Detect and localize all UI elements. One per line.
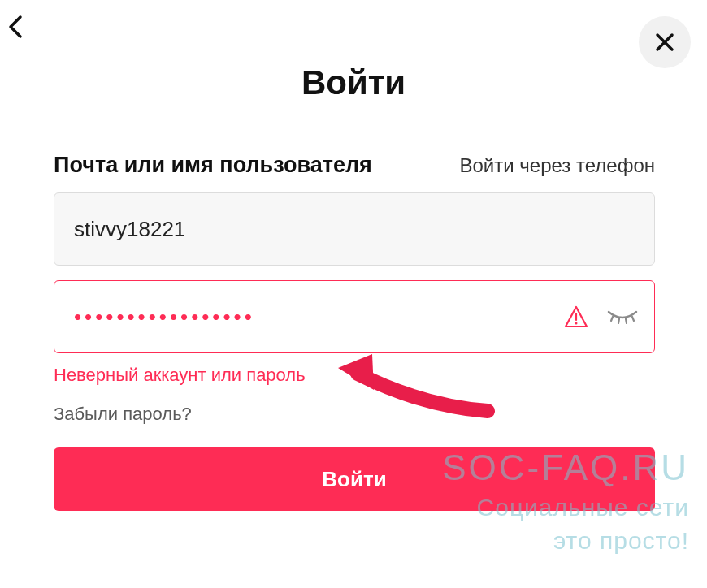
svg-line-8	[632, 317, 634, 321]
alert-triangle-icon	[564, 305, 588, 328]
phone-login-link[interactable]: Войти через телефон	[460, 154, 656, 177]
page-title: Войти	[0, 63, 707, 102]
watermark-line3: это просто!	[442, 525, 689, 558]
eye-closed-icon[interactable]	[606, 309, 639, 325]
username-label: Почта или имя пользователя	[54, 153, 372, 178]
close-button[interactable]	[639, 16, 691, 68]
svg-line-6	[618, 319, 619, 324]
close-icon	[654, 32, 675, 53]
label-row: Почта или имя пользователя Войти через т…	[54, 153, 655, 178]
chevron-left-icon	[7, 15, 24, 39]
login-form: Почта или имя пользователя Войти через т…	[54, 153, 655, 511]
username-input[interactable]	[54, 192, 655, 266]
password-icons	[564, 305, 639, 328]
back-button[interactable]	[3, 15, 28, 39]
error-message: Неверный аккаунт или пароль	[54, 365, 655, 386]
login-button[interactable]: Войти	[54, 447, 655, 511]
password-field-wrap	[54, 280, 655, 353]
svg-line-5	[611, 317, 613, 321]
svg-point-4	[575, 322, 578, 325]
svg-line-7	[626, 319, 627, 324]
forgot-password-link[interactable]: Забыли пароль?	[54, 404, 192, 425]
